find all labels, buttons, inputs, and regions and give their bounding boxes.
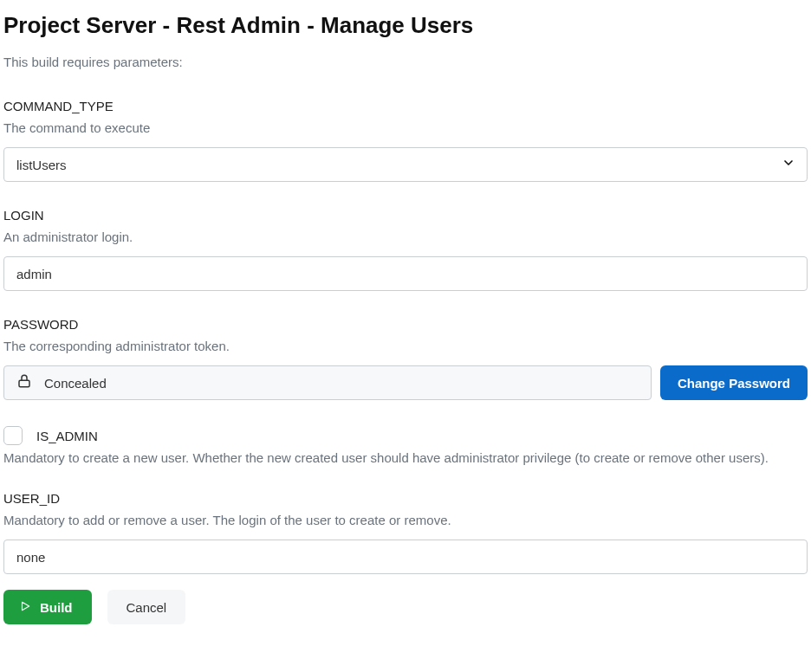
build-button-label: Build <box>40 600 73 615</box>
param-is-admin: IS_ADMIN Mandatory to create a new user.… <box>3 426 808 465</box>
cancel-button[interactable]: Cancel <box>107 590 186 624</box>
command-type-select[interactable]: listUsers <box>3 147 808 182</box>
param-label-login: LOGIN <box>3 208 808 223</box>
param-label-password: PASSWORD <box>3 317 808 332</box>
param-help-user-id: Mandatory to add or remove a user. The l… <box>3 513 808 527</box>
lock-icon <box>16 373 32 392</box>
param-help-password: The corresponding administrator token. <box>3 339 808 353</box>
param-label-is-admin: IS_ADMIN <box>36 429 98 443</box>
change-password-button[interactable]: Change Password <box>660 365 808 400</box>
build-button[interactable]: Build <box>3 590 92 624</box>
action-bar: Build Cancel <box>3 590 808 624</box>
page-title: Project Server - Rest Admin - Manage Use… <box>3 12 808 39</box>
param-command-type: COMMAND_TYPE The command to execute list… <box>3 99 808 182</box>
login-input[interactable] <box>3 256 808 291</box>
password-concealed-field: Concealed <box>3 365 652 400</box>
page-subtitle: This build requires parameters: <box>3 55 808 69</box>
svg-rect-0 <box>19 380 29 387</box>
user-id-input[interactable] <box>3 540 808 574</box>
param-password: PASSWORD The corresponding administrator… <box>3 317 808 400</box>
param-user-id: USER_ID Mandatory to add or remove a use… <box>3 491 808 574</box>
password-concealed-text: Concealed <box>44 376 107 391</box>
param-label-user-id: USER_ID <box>3 491 808 506</box>
param-login: LOGIN An administrator login. <box>3 208 808 291</box>
param-help-login: An administrator login. <box>3 229 808 244</box>
param-help-command-type: The command to execute <box>3 120 808 135</box>
is-admin-checkbox[interactable] <box>3 426 23 445</box>
svg-marker-1 <box>23 602 29 610</box>
play-icon <box>19 600 31 615</box>
param-help-is-admin: Mandatory to create a new user. Whether … <box>3 450 808 465</box>
param-label-command-type: COMMAND_TYPE <box>3 99 808 113</box>
